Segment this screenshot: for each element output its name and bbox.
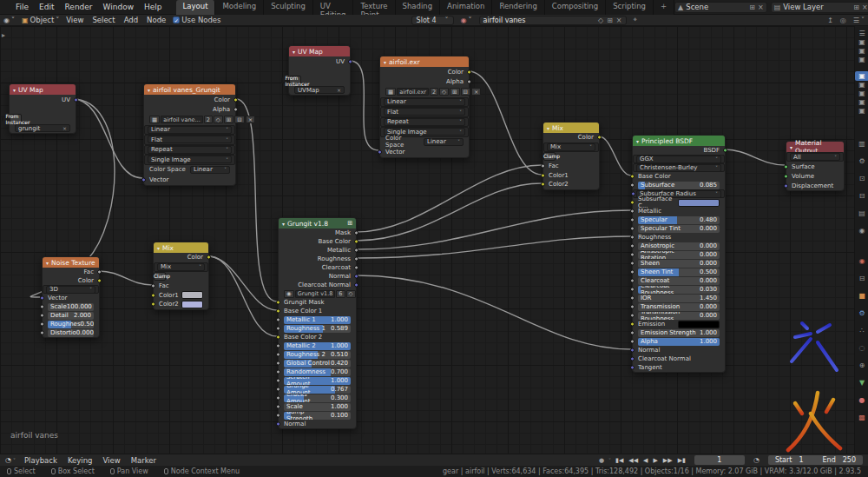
- fake-user-icon[interactable]: ◇: [214, 116, 223, 123]
- output-socket[interactable]: [74, 97, 78, 102]
- input-socket[interactable]: [141, 177, 146, 182]
- input-socket[interactable]: [276, 309, 280, 314]
- input-socket[interactable]: [276, 370, 280, 374]
- input-socket[interactable]: [630, 322, 635, 327]
- editor-type-button[interactable]: ◔ ˅: [5, 456, 16, 464]
- value-slider[interactable]: Cracks Amount0.300: [284, 394, 351, 402]
- value-slider[interactable]: Emission Strength1.000: [638, 329, 720, 337]
- value-slider[interactable]: Randomness0.700: [284, 368, 351, 376]
- input-socket[interactable]: [40, 331, 44, 335]
- value-slider[interactable]: Roughness 20.510: [284, 351, 351, 359]
- output-socket[interactable]: [354, 275, 358, 279]
- input-socket[interactable]: [630, 279, 635, 283]
- output-icon-2[interactable]: ⊟: [855, 274, 868, 283]
- node-header[interactable]: ▾Mix: [154, 242, 208, 253]
- editor-menu-add[interactable]: Add: [124, 16, 138, 24]
- value-slider[interactable]: Alpha1.000: [638, 338, 720, 346]
- collapse-icon[interactable]: ▾: [636, 138, 639, 144]
- nodetree-icon[interactable]: ◉: [284, 290, 294, 298]
- input-socket[interactable]: [630, 331, 635, 335]
- input-socket[interactable]: [276, 301, 280, 305]
- value-slider[interactable]: Scale100.000: [48, 303, 94, 311]
- input-socket[interactable]: [40, 322, 44, 327]
- node-header[interactable]: ▾airfoil vanes_Grungit: [144, 84, 235, 95]
- collapse-icon[interactable]: ▾: [13, 87, 16, 93]
- menu-edit[interactable]: Edit: [34, 3, 59, 11]
- input-socket[interactable]: [630, 340, 635, 344]
- output-socket[interactable]: [597, 136, 602, 140]
- close-icon[interactable]: ×: [862, 3, 868, 11]
- color-swatch[interactable]: [678, 199, 720, 207]
- unlink-icon[interactable]: ×: [616, 17, 622, 24]
- node-header[interactable]: ▾UV Map: [10, 84, 76, 95]
- timeline-menu-marker[interactable]: Marker: [131, 456, 156, 465]
- checkbox[interactable]: [281, 77, 283, 83]
- node-grungit-group[interactable]: ▾Grungit v1.8⊞MaskBase ColorMetallicRoug…: [278, 217, 357, 429]
- input-socket[interactable]: [630, 270, 635, 275]
- output-socket[interactable]: [354, 248, 358, 253]
- object-props-icon[interactable]: ■: [855, 291, 868, 301]
- dropdown[interactable]: Flat˅: [384, 108, 465, 116]
- input-socket[interactable]: [40, 305, 44, 309]
- input-socket[interactable]: [276, 361, 280, 366]
- input-socket[interactable]: [276, 388, 280, 392]
- input-socket[interactable]: [630, 201, 635, 205]
- unlink-icon[interactable]: ×: [62, 125, 67, 131]
- dropdown[interactable]: Linear˅: [424, 138, 464, 146]
- value-slider[interactable]: Clearcoat0.000: [638, 277, 720, 285]
- output-socket[interactable]: [354, 240, 358, 244]
- input-socket[interactable]: [630, 296, 635, 301]
- user-count[interactable]: 2: [430, 88, 438, 96]
- dropdown[interactable]: Linear˅: [148, 126, 232, 134]
- dropdown[interactable]: Mix˅: [157, 263, 205, 271]
- mode-selector[interactable]: ▣ Object ˅: [22, 16, 59, 24]
- transport-button-4[interactable]: ▶▶: [663, 457, 673, 464]
- collapse-icon[interactable]: ▾: [46, 260, 49, 266]
- workspace-tab-uv-editing[interactable]: UV Editing: [313, 0, 354, 15]
- scene-name[interactable]: Scene: [686, 3, 746, 11]
- node-image-texture-grungit[interactable]: ▾airfoil vanes_GrungitColorAlpha▦airfoil…: [143, 83, 236, 186]
- input-socket[interactable]: [630, 262, 635, 266]
- constraints-props-icon[interactable]: ⊕: [855, 361, 868, 370]
- input-socket[interactable]: [630, 253, 635, 257]
- workspace-tab-shading[interactable]: Shading: [396, 0, 441, 15]
- transport-button-2[interactable]: ◀: [643, 457, 648, 464]
- node-header[interactable]: ▾UV Map: [289, 46, 350, 56]
- output-socket[interactable]: [207, 255, 211, 260]
- transport-button-5[interactable]: ▶▮: [678, 457, 686, 464]
- node-header[interactable]: ▾Mix: [543, 123, 599, 133]
- input-socket[interactable]: [541, 163, 545, 168]
- new-material-icon[interactable]: ⊞: [607, 17, 613, 24]
- value-slider[interactable]: Sheen0.000: [638, 260, 720, 268]
- checkbox[interactable]: [149, 273, 151, 279]
- new-image-icon[interactable]: ⊞: [450, 88, 459, 96]
- node-noise-texture[interactable]: ▾Noise TextureFacColor3D˅VectorScale100.…: [42, 256, 100, 338]
- editor-type-button[interactable]: ◉ ˅: [3, 17, 15, 24]
- workspace-tab-texture-paint[interactable]: Texture Paint: [353, 0, 395, 15]
- use-preview-range-icon[interactable]: ◔: [753, 456, 760, 464]
- checkbox[interactable]: [539, 153, 541, 159]
- node-uv-map-top[interactable]: ▾UV MapUVFrom InstancerUVMap×: [288, 45, 351, 96]
- input-socket[interactable]: [784, 164, 788, 169]
- input-socket[interactable]: [630, 227, 635, 231]
- workspace-tab-compositing[interactable]: Compositing: [545, 0, 606, 15]
- image-thumb-icon[interactable]: ▦: [149, 116, 160, 123]
- material-name[interactable]: airfoil vanes: [483, 17, 595, 24]
- color-swatch[interactable]: [181, 291, 203, 299]
- output-socket[interactable]: [97, 270, 102, 275]
- input-socket[interactable]: [276, 379, 280, 383]
- dropdown[interactable]: GGX˅: [636, 156, 721, 163]
- dropdown[interactable]: 3D˅: [46, 286, 95, 294]
- color-swatch[interactable]: [678, 321, 720, 328]
- output-socket[interactable]: [354, 231, 358, 235]
- render-props-icon[interactable]: ⊡: [855, 174, 868, 183]
- node-image-texture-airfoil[interactable]: ▾airfoil.exrColorAlpha▦airfoil.exr2◇⊞⊟×L…: [379, 56, 470, 158]
- output-socket[interactable]: [97, 279, 102, 283]
- menu-window[interactable]: Window: [98, 3, 140, 11]
- dropdown[interactable]: Linear˅: [190, 166, 230, 174]
- workspace-tab-layout[interactable]: Layout: [176, 0, 216, 15]
- input-socket[interactable]: [40, 296, 44, 301]
- value-slider[interactable]: Grunge Amount0.767: [284, 386, 351, 394]
- modifier-props-icon[interactable]: ⚙: [855, 308, 868, 318]
- node-header[interactable]: ▾Noise Texture: [43, 257, 99, 268]
